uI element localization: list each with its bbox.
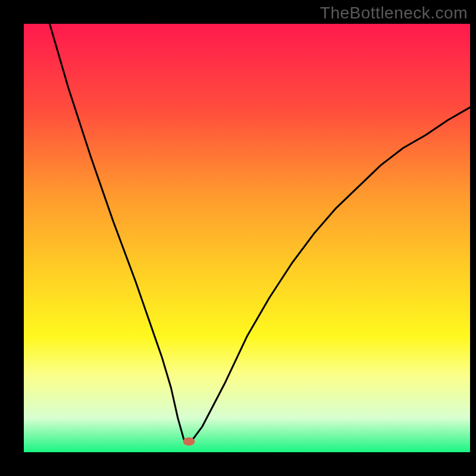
chart-frame: TheBottleneck.com: [0, 0, 476, 476]
plot-background: [24, 24, 470, 452]
bottleneck-chart: [0, 0, 476, 476]
target-point: [183, 437, 195, 446]
